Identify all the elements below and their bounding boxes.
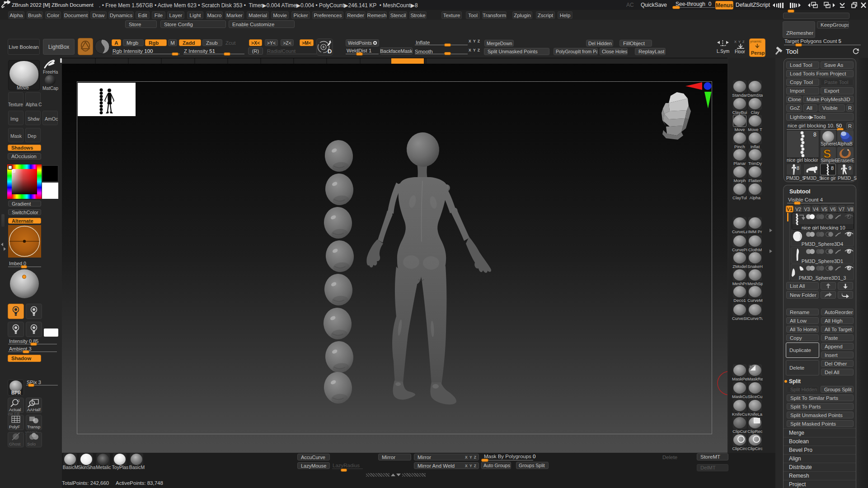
svg-text:Floor: Floor — [735, 49, 745, 54]
svg-text:x1: x1 — [17, 399, 20, 402]
svg-text:Persp: Persp — [751, 50, 765, 56]
svg-text:ynamic: ynamic — [750, 39, 761, 43]
svg-text:X Y Z: X Y Z — [734, 40, 745, 44]
svg-text:D: D — [328, 48, 332, 55]
svg-text:L.Sym: L.Sym — [717, 49, 729, 54]
